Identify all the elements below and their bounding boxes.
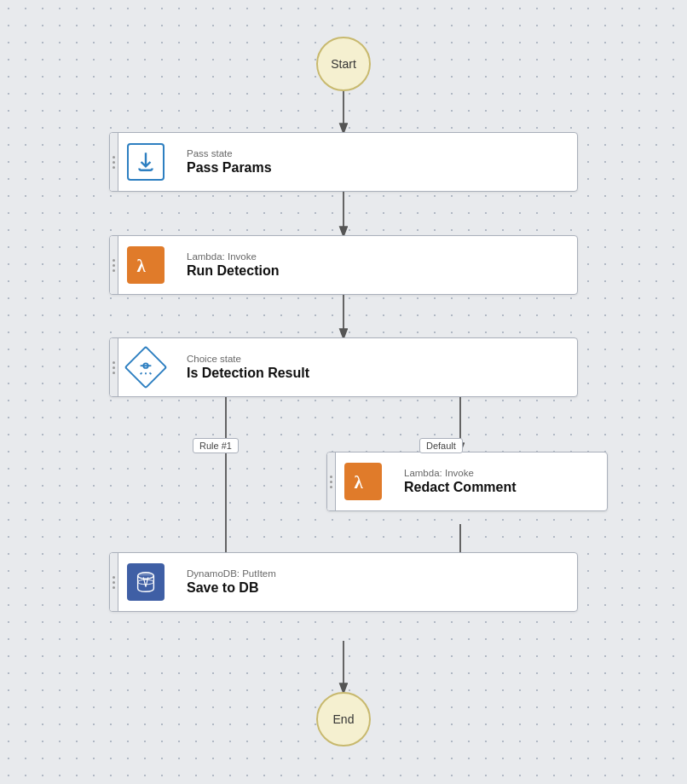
dot: [113, 361, 115, 364]
svg-text:λ: λ: [355, 472, 364, 493]
dot: [113, 161, 115, 164]
drag-handle: [110, 133, 118, 191]
redact-state-name: Redact Comment: [404, 480, 517, 495]
dot: [113, 576, 115, 579]
pass-icon: [127, 143, 165, 181]
choice-state-name: Is Detection Result: [187, 366, 309, 381]
choice-text-area: Choice state Is Detection Result: [173, 338, 323, 396]
run-detection-text-area: Lambda: Invoke Run Detection: [173, 236, 292, 294]
lambda-icon-area: λ: [118, 236, 173, 294]
dot: [113, 156, 115, 159]
run-detection-state-name: Run Detection: [187, 263, 279, 279]
redact-lambda-icon: λ: [344, 463, 382, 500]
choice-node[interactable]: Choice state Is Detection Result: [109, 337, 578, 397]
workflow-canvas: Start Pass state Pass Params: [0, 0, 687, 784]
redact-text-area: Lambda: Invoke Redact Comment: [390, 453, 530, 510]
rule1-label: Rule #1: [193, 438, 239, 453]
drag-handle: [110, 553, 118, 611]
pass-icon-area: [118, 133, 173, 191]
dot: [113, 372, 115, 374]
dot: [330, 481, 332, 483]
choice-diamond: [124, 346, 168, 389]
choice-state-type: Choice state: [187, 354, 309, 364]
pass-state-name: Pass Params: [187, 160, 272, 176]
choice-icon-inner: [136, 359, 155, 376]
run-detection-state-type: Lambda: Invoke: [187, 251, 279, 262]
dynamo-icon: [127, 563, 165, 601]
dot: [113, 264, 115, 267]
redact-lambda-icon-area: λ: [336, 453, 390, 510]
choice-icon-area: [118, 338, 173, 396]
end-label: End: [333, 712, 355, 726]
dot: [113, 581, 115, 584]
save-db-text-area: DynamoDB: PutItem Save to DB: [173, 553, 290, 611]
start-label: Start: [331, 57, 356, 71]
start-node: Start: [316, 37, 371, 91]
save-db-node[interactable]: DynamoDB: PutItem Save to DB: [109, 552, 578, 612]
pass-text-area: Pass state Pass Params: [173, 133, 286, 191]
dot: [113, 366, 115, 369]
save-db-state-type: DynamoDB: PutItem: [187, 568, 276, 579]
default-label: Default: [419, 438, 463, 453]
dot: [330, 486, 332, 488]
dot: [113, 166, 115, 169]
drag-handle: [110, 338, 118, 396]
drag-handle: [110, 236, 118, 294]
dot: [113, 259, 115, 262]
redact-state-type: Lambda: Invoke: [404, 468, 517, 478]
lambda-icon: λ: [127, 246, 165, 284]
pass-state-type: Pass state: [187, 148, 272, 159]
run-detection-node[interactable]: λ Lambda: Invoke Run Detection: [109, 235, 578, 295]
dot: [113, 269, 115, 272]
pass-params-node[interactable]: Pass state Pass Params: [109, 132, 578, 192]
dynamo-icon-area: [118, 553, 173, 611]
svg-text:λ: λ: [137, 256, 147, 276]
end-node: End: [316, 692, 371, 747]
dot: [113, 586, 115, 589]
drag-handle: [327, 453, 336, 510]
dot: [330, 476, 332, 478]
save-db-state-name: Save to DB: [187, 580, 276, 596]
redact-comment-node[interactable]: λ Lambda: Invoke Redact Comment: [326, 452, 608, 511]
